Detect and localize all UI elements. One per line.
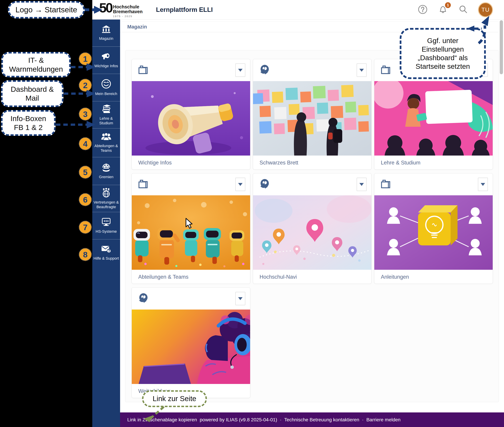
notification-count-badge: 1 — [445, 2, 451, 8]
card-actions-dropdown[interactable] — [235, 63, 245, 77]
chevron-down-icon — [481, 183, 485, 186]
card-image-lightbulb-cube — [374, 195, 493, 270]
card-grid: Wichtige Infos — [132, 59, 493, 398]
chevron-down-icon — [359, 69, 364, 72]
number-badge-7: 7 — [79, 221, 92, 234]
help-icon — [418, 4, 428, 15]
mouse-cursor-icon — [185, 218, 195, 229]
help-button[interactable] — [417, 4, 428, 15]
card-hochschul-navi[interactable]: Hochschul-Navi — [253, 173, 372, 284]
monitor-password-icon — [101, 218, 111, 227]
sidebar-item-magazin[interactable]: Magazin — [92, 20, 120, 47]
annotation-dashboard-mail: Dashboard & Mail — [1, 80, 63, 107]
logo-text: Hochschule Bremerhaven 1975 - 2025 — [113, 4, 143, 18]
scrollbar-thumb[interactable] — [500, 20, 503, 74]
footer-powered-by: powered by ILIAS (v9.8 2025-04-01) — [200, 417, 277, 423]
number-badge-6: 6 — [79, 193, 92, 206]
card-image-robots — [132, 195, 250, 270]
number-badge-2: 2 — [79, 79, 92, 92]
breadcrumb-magazin[interactable]: Magazin — [127, 24, 147, 30]
app-canvas: 50 Hochschule Bremerhaven 1975 - 2025 Le… — [0, 0, 504, 427]
sidebar-item-label: Lehre & Studium — [92, 116, 120, 126]
sidebar: Magazin Wichtige Infos Mein Bereich Lehr… — [92, 20, 120, 427]
sidebar-item-mein-bereich[interactable]: Mein Bereich — [92, 74, 120, 101]
annotation-logo-startseite: Logo → Startseite — [8, 1, 85, 19]
card-header — [132, 288, 250, 310]
card-title[interactable]: Abteilungen & Teams — [132, 270, 250, 284]
footer-separator: · — [280, 417, 281, 423]
card-anleitungen[interactable]: Anleitungen — [374, 173, 493, 284]
smiley-icon — [101, 79, 111, 90]
footer-copy-link[interactable]: Link in Zwischenablage kopieren — [127, 417, 197, 423]
sidebar-item-abteilungen-teams[interactable]: Abteilungen &Teams — [92, 129, 120, 157]
avatar[interactable]: TU — [478, 2, 493, 17]
card-header — [132, 59, 250, 81]
card-title[interactable]: Schwarzes Brett — [253, 156, 371, 170]
card-actions-dropdown[interactable] — [478, 178, 488, 191]
chevron-down-icon — [238, 69, 243, 72]
card-image-lecture — [374, 81, 493, 156]
page-title: Lernplattform ELLI — [156, 6, 213, 13]
footer-separator: · — [362, 417, 364, 423]
card-title[interactable]: Wichtige Infos — [132, 156, 250, 170]
card-image-sticky-notes — [253, 81, 371, 156]
footer-barrier-link[interactable]: Barriere melden — [366, 417, 401, 423]
chevron-down-icon — [359, 183, 364, 186]
sidebar-item-label: Vertretungen &Beauftragte — [94, 200, 119, 209]
card-weiterbildung[interactable]: Weiterbildung — [132, 287, 250, 398]
sidebar-item-label: Abteilungen &Teams — [94, 144, 118, 153]
number-badge-8: 8 — [79, 248, 92, 261]
notifications-button[interactable]: 1 — [437, 4, 449, 15]
number-badge-5: 5 — [79, 166, 92, 179]
books-graduation-cap-icon — [101, 104, 111, 114]
card-wichtige-infos[interactable]: Wichtige Infos — [132, 59, 250, 170]
sidebar-item-vertretungen-beauftragte[interactable]: Vertretungen &Beauftragte — [92, 185, 120, 212]
card-actions-dropdown[interactable] — [235, 292, 245, 305]
logo-name-line2: Bremerhaven — [113, 9, 143, 14]
top-bar: 50 Hochschule Bremerhaven 1975 - 2025 Le… — [92, 0, 504, 20]
logo-years: 1975 - 2025 — [113, 15, 143, 18]
scrollbar-track — [499, 20, 504, 412]
card-title[interactable]: Lehre & Studium — [374, 156, 493, 170]
card-abteilungen-teams[interactable]: Abteilungen & Teams — [132, 173, 250, 284]
number-badge-4: 4 — [79, 137, 92, 150]
chevron-down-icon — [238, 297, 243, 300]
weblink-icon — [260, 65, 270, 76]
card-schwarzes-brett[interactable]: Schwarzes Brett — [253, 59, 372, 170]
card-actions-dropdown[interactable] — [357, 63, 367, 77]
logo-50: 50 — [99, 2, 112, 14]
card-image-megaphone — [132, 81, 250, 156]
sidebar-item-label: Gremien — [99, 175, 113, 179]
card-actions-dropdown[interactable] — [357, 178, 367, 191]
number-badge-1: 1 — [79, 52, 92, 65]
annotation-info-boxen: Info-Boxen FB 1 & 2 — [1, 110, 55, 136]
mail-question-icon — [101, 245, 111, 254]
card-actions-dropdown[interactable] — [235, 178, 245, 191]
annotation-it-warnmeldungen: IT- & Warnmeldungen — [1, 52, 71, 77]
sidebar-item-label: Mein Bereich — [95, 92, 117, 96]
committee-in-hand-icon — [101, 163, 111, 173]
number-badge-3: 3 — [79, 107, 92, 121]
globe-people-icon — [101, 188, 111, 198]
card-title[interactable]: Hochschul-Navi — [253, 270, 371, 284]
sidebar-item-wichtige-infos[interactable]: Wichtige Infos — [92, 47, 120, 74]
footer-bar: Link in Zwischenablage kopieren powered … — [120, 412, 504, 427]
sidebar-item-label: Hilfe & Support — [93, 256, 119, 261]
footer-support-link[interactable]: Technische Betreuung kontaktieren — [284, 417, 359, 423]
sidebar-item-gremien[interactable]: Gremien — [92, 157, 120, 185]
card-image-headphones-person — [132, 310, 250, 384]
sidebar-item-label: Wichtige Infos — [94, 64, 118, 69]
annotation-link-zur-seite: Link zur Seite — [142, 390, 207, 407]
sidebar-item-hs-systeme[interactable]: HS-Systeme — [92, 212, 120, 239]
sidebar-item-lehre-studium[interactable]: Lehre & Studium — [92, 101, 120, 129]
weblink-icon — [260, 179, 270, 190]
search-button[interactable] — [458, 4, 469, 15]
sidebar-item-hilfe-support[interactable]: Hilfe & Support — [92, 239, 120, 266]
sidebar-item-label: Magazin — [99, 36, 113, 41]
folder-icon — [138, 180, 148, 189]
card-title[interactable]: Anleitungen — [374, 270, 493, 284]
folder-icon — [381, 180, 391, 189]
card-header — [253, 59, 371, 81]
card-header — [253, 173, 371, 195]
hochschule-logo[interactable]: 50 Hochschule Bremerhaven 1975 - 2025 — [99, 2, 143, 18]
